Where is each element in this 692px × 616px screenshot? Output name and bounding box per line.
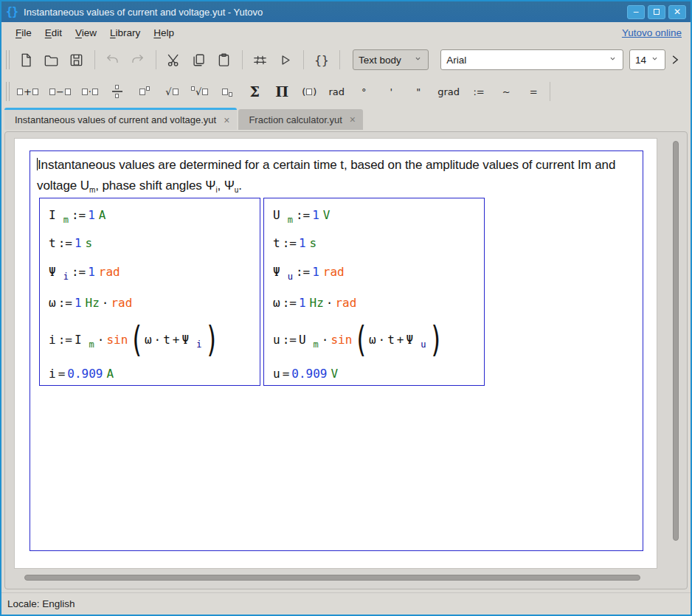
degree-unit-button[interactable]: ° xyxy=(353,80,375,103)
open-file-button[interactable] xyxy=(39,47,64,72)
tab-instantaneous-values[interactable]: Instantaneous values of current and volt… xyxy=(4,108,237,130)
new-file-button[interactable] xyxy=(14,47,39,72)
paste-icon xyxy=(215,52,232,69)
toolbar-separator xyxy=(242,50,243,69)
maximize-button[interactable] xyxy=(648,5,665,19)
math-line: i=0.909A xyxy=(49,361,260,386)
math-token: · xyxy=(322,333,329,347)
voltage-block[interactable]: Um:=1Vt:=1sΨu:=1radω:=1Hz·radu:=Um·sin(ω… xyxy=(263,198,485,386)
math-token: Ψ xyxy=(273,265,280,279)
symbol-glyph: ( xyxy=(302,86,305,97)
horizontal-scrollbar-thumb[interactable] xyxy=(24,575,640,581)
arcsecond-unit-button[interactable]: " xyxy=(407,80,429,103)
subscript-template-button[interactable] xyxy=(216,80,238,103)
math-token: 1 xyxy=(88,208,95,222)
multiply-template-button[interactable]: · xyxy=(79,80,101,103)
menu-help[interactable]: Help xyxy=(147,25,181,41)
power-template-button[interactable] xyxy=(134,80,156,103)
window-title: Instantaneous values of current and volt… xyxy=(24,7,263,18)
symbol-glyph: − xyxy=(56,86,64,97)
math-token: := xyxy=(72,265,86,279)
toolbar-overflow-button[interactable] xyxy=(665,49,685,71)
math-token: Hz xyxy=(86,296,100,310)
yutovo-online-link[interactable]: Yutovo online xyxy=(622,27,683,38)
fraction-bar-icon xyxy=(112,91,122,91)
editor-area: Instantaneous values are determined for … xyxy=(1,130,691,592)
math-token: 0.909 xyxy=(67,367,103,381)
copy-button[interactable] xyxy=(187,47,212,72)
paste-button[interactable] xyxy=(212,47,237,72)
math-token: i xyxy=(49,333,56,347)
math-token: rad xyxy=(323,265,345,279)
placeholder-box-icon xyxy=(82,89,88,95)
braces-button[interactable]: {} xyxy=(309,47,334,72)
sum-template-button[interactable]: Σ xyxy=(243,80,266,103)
cut-button[interactable] xyxy=(162,47,187,72)
minimize-button[interactable]: – xyxy=(627,5,645,19)
product-template-button[interactable]: Π xyxy=(271,80,293,103)
close-button[interactable]: ✕ xyxy=(668,5,686,19)
font-family-select[interactable]: Arial xyxy=(440,49,623,70)
chevron-down-icon xyxy=(413,54,423,66)
menu-edit[interactable]: Edit xyxy=(38,25,69,41)
tab-bar: Instantaneous values of current and volt… xyxy=(1,106,691,130)
fraction-template-button[interactable] xyxy=(106,80,128,103)
math-token: ) xyxy=(207,319,216,359)
parentheses-template-button[interactable]: () xyxy=(298,80,320,103)
math-token: t xyxy=(49,236,56,250)
close-icon: ✕ xyxy=(674,7,681,16)
math-blocks: Im:=1At:=1sΨi:=1radω:=1Hz·radi:=Im·sin(ω… xyxy=(39,198,485,386)
rad-unit-button[interactable]: rad xyxy=(325,80,347,103)
vertical-scrollbar-thumb[interactable] xyxy=(673,141,679,541)
toolbar-separator xyxy=(339,50,340,69)
open-file-icon xyxy=(43,52,60,69)
math-token: 1 xyxy=(299,296,306,310)
paragraph-style-select[interactable]: Text body xyxy=(353,49,429,70)
grad-unit-button[interactable]: grad xyxy=(435,80,463,103)
document-region[interactable]: Instantaneous values are determined for … xyxy=(30,150,643,551)
math-line: i:=Im·sin(ω·t+Ψi) xyxy=(49,318,260,361)
save-file-button[interactable] xyxy=(64,47,89,72)
math-token: Ψ xyxy=(49,265,56,279)
titlebar[interactable]: {} Instantaneous values of current and v… xyxy=(1,1,691,22)
math-token: 1 xyxy=(75,296,82,310)
arcminute-unit-button[interactable]: ' xyxy=(380,80,402,103)
toolbar-grip[interactable] xyxy=(6,82,10,101)
nth-root-template-button[interactable]: √ xyxy=(188,80,211,103)
equals-operator-button[interactable]: = xyxy=(522,80,544,103)
current-block[interactable]: Im:=1At:=1sΨi:=1radω:=1Hz·radi:=Im·sin(ω… xyxy=(39,198,260,386)
font-size-select[interactable]: 14 xyxy=(629,49,665,70)
assign-operator-button[interactable]: := xyxy=(468,80,490,103)
undo-button xyxy=(100,47,125,72)
run-button[interactable] xyxy=(273,47,298,72)
menu-view[interactable]: View xyxy=(69,25,103,41)
math-token: A xyxy=(99,208,106,222)
tab-close-icon[interactable]: × xyxy=(350,114,356,125)
placeholder-box-icon xyxy=(222,89,228,95)
tab-fraction-calculator[interactable]: Fraction calculator.yut× xyxy=(238,109,363,130)
toolbar-grip[interactable] xyxy=(6,50,10,69)
tab-label: Instantaneous values of current and volt… xyxy=(15,114,216,125)
menu-library[interactable]: Library xyxy=(103,25,147,41)
preferences-button[interactable] xyxy=(248,47,273,72)
minus-template-button[interactable]: − xyxy=(46,80,74,103)
maximize-icon xyxy=(654,9,660,15)
minimize-icon: – xyxy=(634,7,639,16)
math-token: := xyxy=(283,333,297,347)
math-line: u:=Um·sin(ω·t+Ψu) xyxy=(273,318,484,361)
new-file-icon xyxy=(18,52,35,69)
menu-file[interactable]: File xyxy=(9,25,38,41)
math-token: sin xyxy=(331,333,352,347)
paragraph-text[interactable]: Instantaneous values are determined for … xyxy=(37,155,635,201)
sqrt-template-button[interactable]: √ xyxy=(161,80,183,103)
math-token: V xyxy=(323,208,331,222)
document-page[interactable]: Instantaneous values are determined for … xyxy=(14,138,657,569)
horizontal-scrollbar[interactable] xyxy=(15,573,657,582)
plus-template-button[interactable]: + xyxy=(14,80,41,103)
tilde-operator-button[interactable]: ~ xyxy=(495,80,517,103)
math-token: ( xyxy=(357,319,366,359)
tab-close-icon[interactable]: × xyxy=(224,114,229,126)
math-token: 1 xyxy=(312,265,319,279)
math-token: Hz xyxy=(310,296,324,310)
vertical-scrollbar[interactable] xyxy=(671,139,681,565)
